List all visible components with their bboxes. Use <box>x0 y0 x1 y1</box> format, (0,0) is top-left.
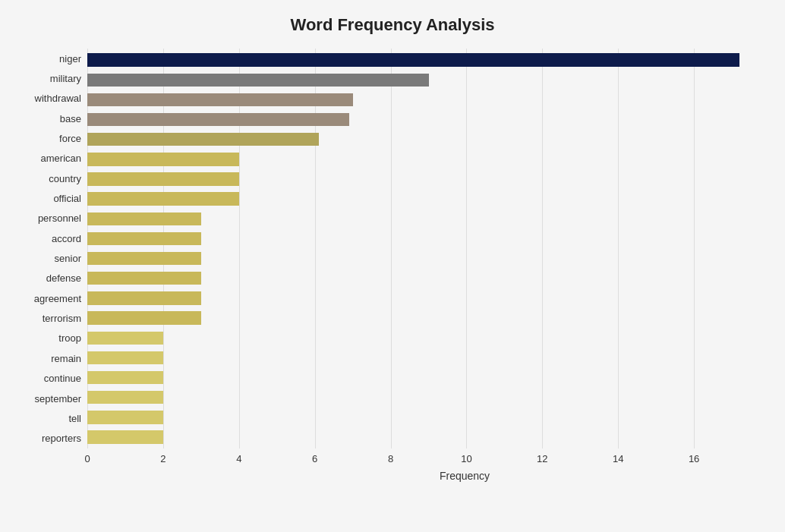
bar-row <box>87 329 770 347</box>
bar <box>87 153 239 165</box>
y-label: official <box>53 194 81 203</box>
bar-row <box>87 170 770 187</box>
y-label: continue <box>44 373 81 383</box>
bar-row <box>87 210 770 228</box>
bar-row <box>87 269 770 287</box>
x-tick-label: 8 <box>388 453 393 464</box>
y-label: defense <box>46 273 81 283</box>
x-tick-label: 0 <box>84 453 90 464</box>
y-label: military <box>50 74 81 83</box>
chart-container: Word Frequency Analysis nigermilitarywit… <box>0 0 785 532</box>
bars-container <box>87 49 770 449</box>
bar <box>87 332 163 345</box>
y-label: niger <box>59 54 81 64</box>
bar-row <box>87 111 770 128</box>
bar-row <box>87 408 770 426</box>
y-label: remain <box>51 354 81 364</box>
bar <box>87 93 353 106</box>
bar <box>87 391 163 404</box>
bar <box>87 291 201 304</box>
bar <box>87 53 739 66</box>
bar <box>87 74 429 87</box>
y-label: accord <box>52 234 81 244</box>
bar <box>87 430 163 443</box>
bar <box>87 371 163 384</box>
bar <box>87 351 163 364</box>
x-tick-label: 12 <box>537 453 547 464</box>
bar-row <box>87 310 770 327</box>
bar-row <box>87 428 770 445</box>
bar-row <box>87 71 770 89</box>
x-tick-label: 10 <box>461 453 471 464</box>
bar <box>87 311 201 324</box>
x-tick-label: 2 <box>160 453 166 464</box>
bar <box>87 212 201 225</box>
bar <box>87 411 163 423</box>
bar-row <box>87 52 770 69</box>
bar <box>87 113 349 126</box>
y-label: senior <box>55 253 81 263</box>
chart-plot-area <box>87 49 770 449</box>
bar-row <box>87 289 770 307</box>
bar-row <box>87 230 770 247</box>
y-label: country <box>49 174 81 184</box>
y-label: agreement <box>34 294 81 304</box>
chart-title: Word Frequency Analysis <box>15 15 770 35</box>
y-label: withdrawal <box>35 93 81 103</box>
x-tick-label: 4 <box>236 453 241 464</box>
bar-row <box>87 349 770 367</box>
y-label: troop <box>58 333 81 343</box>
y-label: terrorism <box>43 313 81 323</box>
bar-row <box>87 150 770 168</box>
x-axis-labels: 0246810121416 <box>87 453 770 468</box>
bar <box>87 192 239 205</box>
bar-row <box>87 91 770 109</box>
x-tick-label: 6 <box>312 453 317 464</box>
bar <box>87 172 239 185</box>
bar-row <box>87 190 770 208</box>
bar <box>87 232 201 245</box>
y-label: reporters <box>42 433 81 443</box>
x-axis: 0246810121416 Frequency <box>87 449 770 482</box>
y-label: september <box>35 394 81 404</box>
bar <box>87 252 201 265</box>
bar <box>87 272 201 285</box>
y-label: base <box>60 114 81 124</box>
bar-row <box>87 250 770 267</box>
x-axis-title: Frequency <box>159 470 770 482</box>
y-label: american <box>41 153 81 163</box>
bar-row <box>87 131 770 148</box>
bar-row <box>87 389 770 406</box>
bar-row <box>87 369 770 386</box>
bar <box>87 133 319 146</box>
x-tick-label: 14 <box>613 453 623 464</box>
y-axis-labels: nigermilitarywithdrawalbaseforceamerican… <box>15 49 87 449</box>
y-label: personnel <box>38 213 81 223</box>
x-tick-label: 16 <box>689 453 699 464</box>
y-label: force <box>59 134 81 143</box>
y-label: tell <box>68 414 81 423</box>
